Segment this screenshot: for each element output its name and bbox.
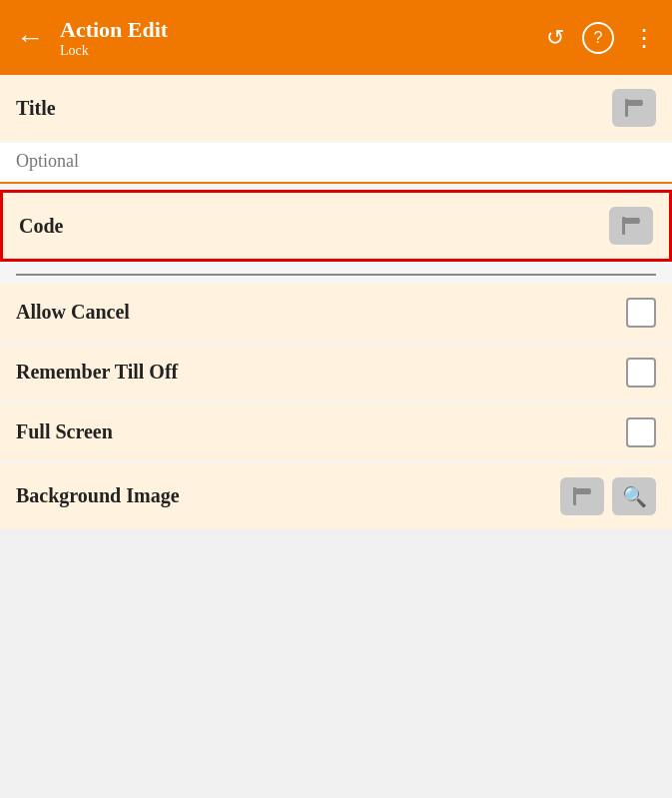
code-flag-button[interactable] [609, 207, 653, 245]
title-field-label: Title [16, 97, 56, 120]
back-button[interactable]: ← [16, 22, 44, 54]
optional-input-row[interactable] [0, 143, 672, 184]
header-title-group: Action Edit Lock [60, 17, 534, 59]
background-image-flag-button[interactable] [560, 477, 604, 515]
code-field-label: Code [19, 215, 63, 238]
allow-cancel-checkbox[interactable] [626, 298, 656, 328]
remember-till-off-row: Remember Till Off [0, 344, 672, 401]
app-header: ← Action Edit Lock ↺ ? ⋮ [0, 0, 672, 75]
svg-rect-1 [622, 217, 625, 235]
flag-icon [623, 98, 645, 118]
main-content: Title Code Allow Cancel Remember Till Of… [0, 75, 672, 529]
full-screen-row: Full Screen [0, 403, 672, 461]
flag-icon [620, 216, 642, 236]
svg-rect-0 [625, 99, 628, 117]
search-icon: 🔍 [622, 484, 647, 508]
optional-input[interactable] [16, 151, 656, 172]
code-field-row: Code [0, 190, 672, 262]
help-icon[interactable]: ? [582, 22, 614, 54]
title-field-row: Title [0, 75, 672, 141]
page-title: Action Edit [60, 17, 534, 43]
background-image-actions: 🔍 [560, 477, 656, 515]
svg-rect-2 [573, 487, 576, 505]
remember-till-off-checkbox[interactable] [626, 358, 656, 388]
more-options-icon[interactable]: ⋮ [632, 24, 656, 52]
full-screen-label: Full Screen [16, 420, 113, 443]
background-image-search-button[interactable]: 🔍 [612, 477, 656, 515]
header-actions: ↺ ? ⋮ [546, 22, 656, 54]
allow-cancel-label: Allow Cancel [16, 301, 130, 324]
remember-till-off-label: Remember Till Off [16, 361, 178, 384]
background-image-label: Background Image [16, 484, 180, 507]
section-divider [16, 274, 656, 276]
background-image-row: Background Image 🔍 [0, 463, 672, 529]
allow-cancel-row: Allow Cancel [0, 284, 672, 342]
reset-icon[interactable]: ↺ [546, 25, 564, 51]
page-subtitle: Lock [60, 43, 534, 59]
flag-icon [571, 486, 593, 506]
title-flag-button[interactable] [612, 89, 656, 127]
full-screen-checkbox[interactable] [626, 417, 656, 447]
